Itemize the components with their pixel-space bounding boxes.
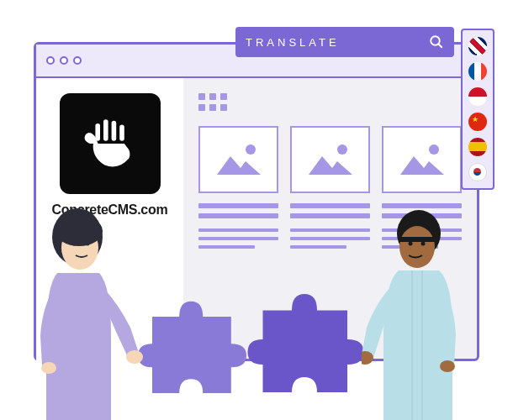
svg-point-13 <box>56 216 103 246</box>
flag-uk[interactable] <box>468 37 487 55</box>
person-right <box>362 202 479 420</box>
person-left <box>17 202 143 420</box>
window-dot <box>46 56 55 65</box>
svg-point-17 <box>399 226 435 268</box>
mountain-icon <box>397 139 447 180</box>
svg-rect-20 <box>399 237 437 242</box>
svg-rect-1 <box>103 119 108 141</box>
window-dot <box>73 56 82 65</box>
window-controls <box>46 56 82 65</box>
language-panel <box>461 29 494 190</box>
svg-rect-0 <box>95 123 100 141</box>
svg-rect-3 <box>119 125 124 141</box>
flag-es[interactable] <box>468 138 487 156</box>
svg-point-18 <box>409 242 413 246</box>
svg-point-6 <box>429 144 439 155</box>
image-placeholder <box>290 126 370 193</box>
svg-point-7 <box>431 36 440 45</box>
flag-id[interactable] <box>468 87 487 106</box>
grid-icon <box>198 93 462 111</box>
content-card <box>290 126 370 249</box>
flag-kr[interactable] <box>468 163 487 181</box>
flag-cn[interactable] <box>468 113 487 131</box>
puzzle-piece-light <box>135 287 252 405</box>
mountain-icon <box>214 139 264 180</box>
svg-point-4 <box>246 144 256 155</box>
logo-box <box>60 93 161 194</box>
svg-rect-2 <box>111 121 116 141</box>
svg-point-22 <box>440 360 455 372</box>
flag-fr[interactable] <box>468 62 487 81</box>
image-placeholder <box>382 126 462 193</box>
svg-point-5 <box>337 144 347 155</box>
search-icon[interactable] <box>429 34 444 50</box>
translate-label: TRANSLATE <box>246 36 340 49</box>
svg-line-8 <box>438 44 442 48</box>
svg-point-14 <box>126 350 143 364</box>
puzzle-piece-dark <box>244 279 370 405</box>
hand-icon <box>77 110 144 177</box>
svg-point-15 <box>41 362 56 374</box>
svg-point-19 <box>421 242 426 246</box>
window-dot <box>60 56 68 65</box>
translate-bar[interactable]: TRANSLATE <box>235 27 454 57</box>
mountain-icon <box>305 139 356 180</box>
content-card <box>198 126 278 249</box>
image-placeholder <box>198 126 278 193</box>
